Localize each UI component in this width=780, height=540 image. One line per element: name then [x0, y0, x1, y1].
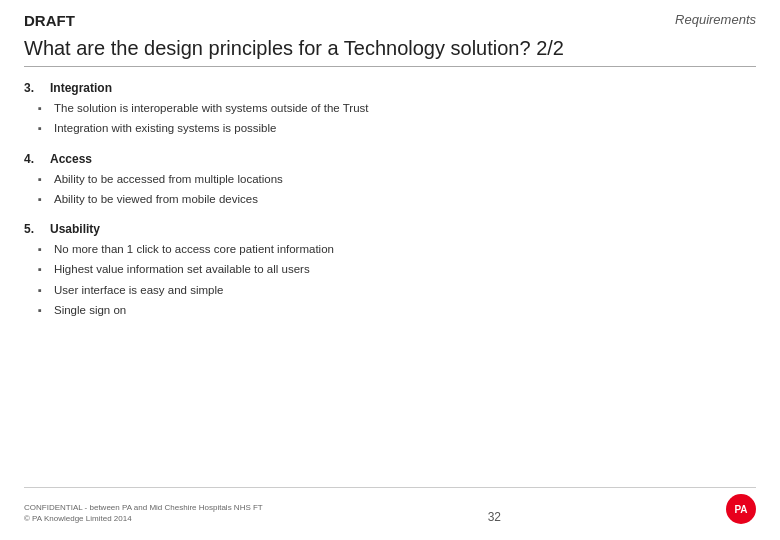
list-item: ▪Integration with existing systems is po…: [24, 120, 756, 137]
list-item: ▪Ability to be viewed from mobile device…: [24, 191, 756, 208]
section-access: 4.Access▪Ability to be accessed from mul…: [24, 152, 756, 209]
requirements-label: Requirements: [675, 12, 756, 27]
bullet-text: Single sign on: [54, 302, 126, 319]
list-item: ▪Highest value information set available…: [24, 261, 756, 278]
page-title: What are the design principles for a Tec…: [24, 37, 756, 60]
section-number: 5.: [24, 222, 42, 236]
section-heading: 5.Usability: [24, 222, 756, 236]
section-integration: 3.Integration▪The solution is interopera…: [24, 81, 756, 138]
bullet-marker: ▪: [38, 241, 48, 258]
bullet-marker: ▪: [38, 261, 48, 278]
section-title: Access: [50, 152, 92, 166]
list-item: ▪User interface is easy and simple: [24, 282, 756, 299]
section-title: Usability: [50, 222, 100, 236]
section-heading: 3.Integration: [24, 81, 756, 95]
logo-text: PA: [734, 504, 747, 515]
confidential-line1: CONFIDENTIAL - between PA and Mid Cheshi…: [24, 502, 263, 513]
section-number: 4.: [24, 152, 42, 166]
bullet-marker: ▪: [38, 282, 48, 299]
bullet-text: Integration with existing systems is pos…: [54, 120, 276, 137]
header: DRAFT Requirements: [24, 12, 756, 29]
list-item: ▪No more than 1 click to access core pat…: [24, 241, 756, 258]
bullet-text: Ability to be viewed from mobile devices: [54, 191, 258, 208]
list-item: ▪Single sign on: [24, 302, 756, 319]
bullet-text: No more than 1 click to access core pati…: [54, 241, 334, 258]
page: DRAFT Requirements What are the design p…: [0, 0, 780, 540]
bullet-marker: ▪: [38, 100, 48, 117]
list-item: ▪Ability to be accessed from multiple lo…: [24, 171, 756, 188]
footer-confidential: CONFIDENTIAL - between PA and Mid Cheshi…: [24, 502, 263, 524]
bullet-text: User interface is easy and simple: [54, 282, 223, 299]
list-item: ▪The solution is interoperable with syst…: [24, 100, 756, 117]
footer: CONFIDENTIAL - between PA and Mid Cheshi…: [24, 487, 756, 524]
page-number: 32: [488, 510, 501, 524]
bullet-marker: ▪: [38, 191, 48, 208]
pa-logo: PA: [726, 494, 756, 524]
bullet-text: Highest value information set available …: [54, 261, 310, 278]
section-title: Integration: [50, 81, 112, 95]
bullet-text: Ability to be accessed from multiple loc…: [54, 171, 283, 188]
bullet-marker: ▪: [38, 120, 48, 137]
confidential-line2: © PA Knowledge Limited 2014: [24, 513, 263, 524]
section-number: 3.: [24, 81, 42, 95]
bullet-marker: ▪: [38, 302, 48, 319]
draft-label: DRAFT: [24, 12, 75, 29]
title-section: What are the design principles for a Tec…: [24, 37, 756, 67]
bullet-text: The solution is interoperable with syste…: [54, 100, 369, 117]
section-heading: 4.Access: [24, 152, 756, 166]
bullet-marker: ▪: [38, 171, 48, 188]
section-usability: 5.Usability▪No more than 1 click to acce…: [24, 222, 756, 319]
content-area: 3.Integration▪The solution is interopera…: [24, 81, 756, 487]
